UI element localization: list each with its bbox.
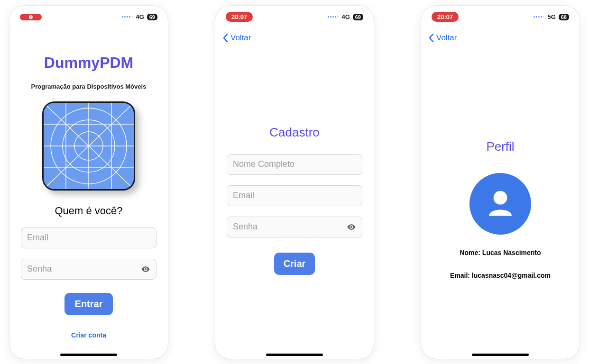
blueprint-icon bbox=[44, 103, 134, 189]
signal-icon bbox=[328, 16, 339, 18]
profile-name: Nome: Lucas Nascimento bbox=[460, 249, 541, 256]
avatar bbox=[469, 173, 531, 235]
signal-icon bbox=[534, 16, 544, 18]
password-input[interactable] bbox=[233, 222, 343, 232]
blueprint-logo bbox=[42, 101, 135, 191]
svg-point-12 bbox=[494, 191, 507, 204]
toggle-password-icon[interactable] bbox=[347, 221, 356, 233]
login-button[interactable]: Entrar bbox=[64, 293, 113, 315]
create-button[interactable]: Criar bbox=[274, 253, 315, 275]
create-account-link[interactable]: Criar conta bbox=[71, 331, 106, 339]
profile-email: Email: lucasnasc04@gmail.com bbox=[450, 272, 551, 279]
time-pill: 20:07 bbox=[432, 12, 459, 22]
recording-pill bbox=[20, 14, 42, 20]
login-question: Quem é você? bbox=[55, 205, 122, 217]
chevron-left-icon bbox=[222, 33, 229, 43]
battery-badge: 68 bbox=[559, 14, 569, 20]
network-label: 5G bbox=[547, 13, 555, 20]
home-indicator[interactable] bbox=[472, 354, 529, 356]
login-screen: 4G 69 DummyPDM Programação para Disposit… bbox=[9, 6, 168, 359]
email-input[interactable] bbox=[233, 191, 356, 200]
back-label: Voltar bbox=[436, 33, 457, 43]
email-field-wrapper bbox=[21, 228, 156, 248]
status-right: 4G 69 bbox=[328, 13, 363, 20]
app-subtitle: Programação para Dispositivos Móveis bbox=[31, 83, 147, 90]
email-field-wrapper bbox=[227, 185, 362, 206]
register-title: Cadastro bbox=[269, 125, 320, 140]
home-indicator[interactable] bbox=[266, 354, 323, 356]
time-pill: 20:07 bbox=[226, 12, 253, 22]
network-label: 4G bbox=[136, 13, 144, 20]
profile-screen: 20:07 5G 68 Voltar Perfil Nome: Lucas Na… bbox=[421, 6, 580, 359]
home-indicator[interactable] bbox=[60, 354, 117, 356]
toggle-password-icon[interactable] bbox=[141, 263, 150, 275]
back-button[interactable]: Voltar bbox=[215, 28, 374, 45]
back-button[interactable]: Voltar bbox=[421, 28, 580, 45]
battery-badge: 69 bbox=[353, 14, 363, 20]
password-input[interactable] bbox=[27, 264, 137, 274]
chevron-left-icon bbox=[428, 33, 434, 43]
network-label: 4G bbox=[341, 13, 350, 20]
password-field-wrapper bbox=[227, 217, 362, 237]
password-field-wrapper bbox=[21, 259, 156, 280]
name-field-wrapper bbox=[227, 154, 362, 175]
signal-icon bbox=[122, 16, 133, 18]
register-screen: 20:07 4G 69 Voltar Cadastro Criar bbox=[215, 6, 374, 359]
app-title: DummyPDM bbox=[44, 54, 133, 72]
battery-badge: 69 bbox=[147, 14, 157, 20]
profile-title: Perfil bbox=[486, 139, 514, 154]
status-right: 5G 68 bbox=[534, 13, 569, 20]
person-icon bbox=[481, 185, 519, 223]
status-right: 4G 69 bbox=[122, 13, 157, 20]
email-input[interactable] bbox=[27, 233, 150, 243]
name-input[interactable] bbox=[233, 159, 356, 169]
status-bar: 20:07 4G 69 bbox=[215, 6, 374, 28]
status-bar: 4G 69 bbox=[9, 6, 168, 28]
status-bar: 20:07 5G 68 bbox=[421, 6, 580, 28]
back-label: Voltar bbox=[230, 33, 251, 43]
